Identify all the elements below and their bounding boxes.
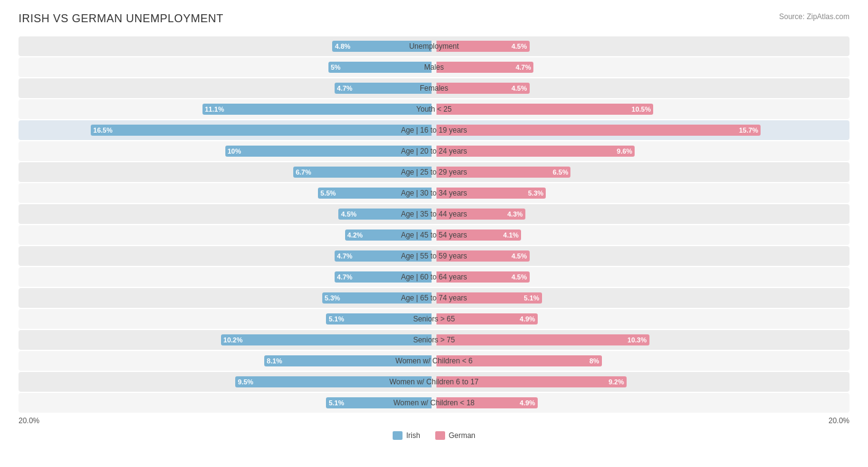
bar-pink: 9.6%	[436, 146, 635, 157]
legend-item-german: German	[435, 431, 475, 440]
bar-pink: 4.5%	[436, 41, 530, 52]
bar-pink: 4.9%	[436, 313, 538, 324]
bar-blue: 5.1%	[326, 397, 432, 408]
right-bar-wrap: 6.5%	[434, 165, 849, 179]
bar-row-inner: 4.2% Age | 45 to 54 years 4.1%	[19, 226, 849, 244]
bar-blue: 4.7%	[335, 271, 432, 283]
bar-row-inner: 16.5% Age | 16 to 19 years 15.7%	[19, 122, 849, 139]
right-bar-wrap: 8%	[434, 354, 849, 368]
bar-row: 5% Males 4.7%	[19, 57, 849, 77]
bar-row-inner: 4.7% Age | 55 to 59 years 4.5%	[19, 247, 849, 265]
bar-row: 4.8% Unemployment 4.5%	[19, 36, 849, 56]
bar-row-inner: 4.8% Unemployment 4.5%	[19, 38, 849, 55]
bar-blue: 8.1%	[264, 355, 432, 366]
left-value-inside: 6.7%	[296, 168, 311, 176]
axis-left-label: 20.0%	[19, 416, 40, 425]
bar-row: 4.7% Age | 55 to 59 years 4.5%	[19, 246, 849, 266]
bar-pink: 4.3%	[436, 209, 525, 220]
left-bar-wrap: 8.1%	[19, 354, 434, 368]
right-bar-wrap: 10.3%	[434, 333, 849, 347]
bar-row: 4.5% Age | 35 to 44 years 4.3%	[19, 204, 849, 224]
right-bar-wrap: 4.7%	[434, 60, 849, 74]
bar-row: 16.5% Age | 16 to 19 years 15.7%	[19, 120, 849, 140]
legend-label-irish: Irish	[406, 431, 420, 440]
bar-row-inner: 6.7% Age | 25 to 29 years 6.5%	[19, 163, 849, 181]
left-value-inside: 10.2%	[223, 336, 243, 344]
right-value-inside: 4.7%	[515, 64, 531, 71]
left-bar-wrap: 10%	[19, 144, 434, 158]
left-bar-wrap: 10.2%	[19, 333, 434, 347]
legend-item-irish: Irish	[393, 431, 420, 440]
bar-pink: 4.5%	[436, 271, 530, 283]
bar-row-inner: 8.1% Women w/ Children < 6 8%	[19, 352, 849, 370]
bar-blue: 10.2%	[221, 334, 432, 345]
bar-pink: 4.1%	[436, 229, 521, 241]
right-bar-wrap: 4.3%	[434, 207, 849, 221]
left-bar-wrap: 4.7%	[19, 81, 434, 95]
right-value-inside: 15.7%	[739, 126, 758, 134]
left-bar-wrap: 4.5%	[19, 207, 434, 221]
bar-row-inner: 4.5% Age | 35 to 44 years 4.3%	[19, 205, 849, 223]
bar-pink: 8%	[436, 355, 602, 366]
left-bar-wrap: 5.5%	[19, 186, 434, 200]
right-value-inside: 8%	[590, 357, 599, 365]
axis-left: 20.0%	[19, 416, 434, 425]
right-value-inside: 4.9%	[520, 399, 535, 407]
right-value-inside: 4.5%	[511, 252, 527, 260]
right-value-inside: 4.1%	[503, 231, 519, 239]
bar-row: 4.7% Age | 60 to 64 years 4.5%	[19, 267, 849, 287]
right-bar-wrap: 5.1%	[434, 291, 849, 305]
bar-row: 5.1% Seniors > 65 4.9%	[19, 309, 849, 329]
bar-row-inner: 5.5% Age | 30 to 34 years 5.3%	[19, 184, 849, 202]
bar-blue: 9.5%	[235, 376, 432, 387]
bar-blue: 10%	[225, 146, 432, 157]
left-value-inside: 5%	[331, 64, 341, 71]
chart-source: Source: ZipAtlas.com	[779, 12, 849, 21]
legend-box-irish	[393, 431, 403, 440]
bar-pink: 4.9%	[436, 397, 538, 408]
bar-blue: 4.8%	[332, 41, 432, 52]
legend-box-german	[435, 431, 445, 440]
bar-row: 10.2% Seniors > 75 10.3%	[19, 330, 849, 350]
legend-label-german: German	[449, 431, 475, 440]
bar-pink: 6.5%	[436, 167, 570, 178]
right-bar-wrap: 4.5%	[434, 81, 849, 95]
bar-blue: 11.1%	[202, 104, 432, 115]
right-value-inside: 4.5%	[511, 85, 527, 92]
left-value-inside: 8.1%	[267, 357, 282, 365]
right-value-inside: 4.5%	[511, 43, 527, 50]
left-value-inside: 5.1%	[328, 399, 344, 407]
bar-row: 5.5% Age | 30 to 34 years 5.3%	[19, 183, 849, 203]
bar-pink: 4.7%	[436, 62, 533, 73]
bar-row-inner: 5% Males 4.7%	[19, 59, 849, 76]
bar-row-inner: 11.1% Youth < 25 10.5%	[19, 101, 849, 118]
left-value-inside: 4.7%	[337, 252, 353, 260]
right-bar-wrap: 4.9%	[434, 396, 849, 410]
right-bar-wrap: 4.5%	[434, 39, 849, 53]
bar-blue: 4.7%	[335, 250, 432, 262]
right-value-inside: 9.2%	[609, 378, 624, 386]
bar-row-inner: 5.3% Age | 65 to 74 years 5.1%	[19, 289, 849, 307]
left-value-inside: 16.5%	[93, 126, 112, 134]
right-value-inside: 4.3%	[507, 210, 523, 218]
right-value-inside: 9.6%	[617, 147, 632, 155]
left-value-inside: 5.3%	[325, 294, 340, 302]
bar-row: 5.1% Women w/ Children < 18 4.9%	[19, 393, 849, 413]
right-bar-wrap: 5.3%	[434, 186, 849, 200]
right-value-inside: 10.3%	[627, 336, 646, 344]
chart-container: Irish vs German Unemployment Source: Zip…	[19, 12, 849, 440]
right-bar-wrap: 9.6%	[434, 144, 849, 158]
left-value-inside: 4.7%	[337, 273, 353, 281]
left-bar-wrap: 4.2%	[19, 228, 434, 242]
bar-row: 6.7% Age | 25 to 29 years 6.5%	[19, 162, 849, 182]
bar-row: 5.3% Age | 65 to 74 years 5.1%	[19, 288, 849, 308]
left-bar-wrap: 6.7%	[19, 165, 434, 179]
bar-row-inner: 4.7% Age | 60 to 64 years 4.5%	[19, 268, 849, 286]
left-bar-wrap: 16.5%	[19, 123, 434, 137]
bar-blue: 5.3%	[322, 292, 432, 304]
bar-row: 8.1% Women w/ Children < 6 8%	[19, 351, 849, 371]
right-bar-wrap: 15.7%	[434, 123, 849, 137]
left-value-inside: 11.1%	[205, 105, 224, 113]
right-value-inside: 6.5%	[553, 168, 568, 176]
left-value-inside: 4.8%	[335, 43, 350, 50]
